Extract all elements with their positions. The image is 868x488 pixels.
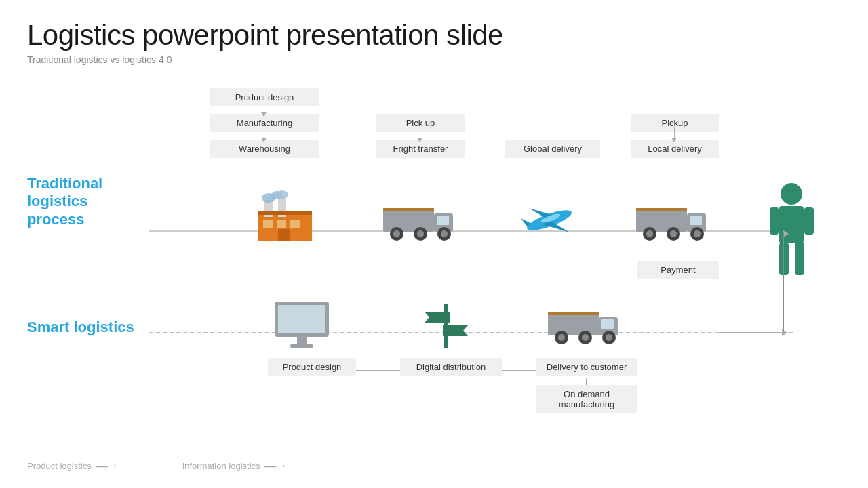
svg-rect-6: [263, 220, 273, 228]
arrow-warehouse-pickup: [319, 146, 382, 153]
svg-rect-20: [383, 208, 434, 211]
svg-rect-41: [795, 243, 804, 275]
svg-rect-11: [383, 208, 434, 232]
svg-rect-9: [278, 229, 290, 241]
factory-icon: [251, 190, 319, 247]
svg-marker-48: [443, 325, 468, 336]
svg-rect-35: [636, 208, 687, 211]
box-pickup2: Pickup: [631, 114, 719, 132]
svg-point-19: [441, 230, 448, 237]
svg-point-34: [694, 230, 701, 237]
arrow-to-person: [783, 230, 789, 237]
information-logistics-label: Information logistics: [182, 461, 260, 471]
svg-rect-26: [636, 208, 687, 232]
v-arrow-head-4: [671, 138, 677, 142]
svg-point-30: [646, 230, 653, 237]
svg-rect-45: [290, 344, 313, 348]
bottom-right-line: [719, 169, 787, 169]
footer-information-logistics: Information logistics —→: [182, 459, 286, 473]
svg-rect-28: [690, 216, 702, 225]
signpost-icon: [419, 297, 473, 354]
slide-subtitle: Traditional logistics vs logistics 4.0: [27, 54, 841, 65]
svg-marker-47: [425, 312, 450, 323]
top-right-line: [719, 119, 787, 119]
smart-to-person-line: [719, 332, 783, 333]
svg-rect-7: [277, 220, 286, 228]
right-border-line: [719, 119, 719, 169]
person-icon: [770, 182, 814, 279]
svg-point-32: [670, 230, 677, 237]
smart-logistics-label: Smart logistics: [27, 319, 142, 336]
svg-rect-51: [601, 319, 614, 329]
v-arrow-head-1: [261, 112, 267, 117]
svg-rect-13: [437, 216, 449, 225]
box-digital-distribution: Digital distribution: [400, 358, 502, 376]
svg-rect-8: [290, 220, 300, 228]
box-pickup: Pick up: [376, 114, 465, 132]
traditional-logistics-label: Traditional logisticsprocess: [27, 175, 142, 228]
svg-rect-40: [779, 243, 789, 275]
box-on-demand-manufacturing: On demandmanufacturing: [536, 385, 637, 413]
box-product-design-smart: Product design: [268, 358, 356, 376]
slide: Logistics powerpoint presentation slide …: [0, 0, 868, 488]
svg-point-17: [417, 230, 424, 237]
svg-rect-10: [258, 211, 312, 215]
box-delivery-to-customer: Delivery to customer: [536, 358, 637, 376]
svg-point-15: [393, 230, 400, 237]
smart-to-person-arrow: [782, 329, 787, 336]
information-logistics-arrow: —→: [264, 459, 286, 473]
svg-point-36: [781, 183, 802, 205]
box-product-design: Product design: [210, 88, 319, 106]
box-warehousing: Warehousing: [210, 140, 319, 158]
product-logistics-arrow: —→: [96, 459, 117, 473]
arrow-fright-global: [465, 146, 511, 153]
footer: Product logistics —→ Information logisti…: [27, 459, 286, 473]
airplane-icon: [515, 195, 583, 248]
product-logistics-label: Product logistics: [27, 461, 92, 471]
box-fright-transfer: Fright transfer: [376, 140, 465, 158]
box-payment: Payment: [637, 261, 719, 279]
svg-rect-38: [770, 207, 779, 235]
svg-point-53: [558, 334, 565, 341]
svg-point-5: [276, 190, 288, 199]
truck1-icon: [383, 195, 458, 248]
svg-rect-49: [548, 312, 599, 336]
svg-rect-39: [804, 207, 814, 235]
delivery-truck-smart-icon: [548, 298, 623, 352]
footer-product-logistics: Product logistics —→: [27, 459, 117, 473]
svg-rect-58: [548, 312, 599, 315]
box-local-delivery: Local delivery: [631, 140, 719, 158]
right-side-line: [783, 232, 784, 333]
svg-rect-44: [297, 337, 307, 345]
v-arrow-head-2: [261, 138, 267, 142]
box-global-delivery: Global delivery: [505, 140, 600, 158]
svg-point-57: [606, 334, 612, 341]
monitor-icon: [271, 298, 332, 352]
arrow-pd-dd: [356, 367, 406, 373]
svg-rect-43: [278, 305, 326, 333]
slide-title: Logistics powerpoint presentation slide: [27, 19, 841, 52]
v-arrow-head-3: [417, 138, 422, 142]
box-manufacturing: Manufacturing: [210, 114, 319, 132]
svg-point-55: [582, 334, 589, 341]
truck2-icon: [636, 195, 711, 248]
